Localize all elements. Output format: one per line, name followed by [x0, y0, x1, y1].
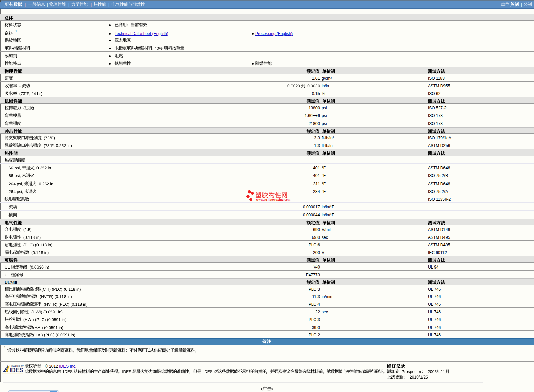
svg-text:IDES: IDES: [10, 366, 23, 374]
